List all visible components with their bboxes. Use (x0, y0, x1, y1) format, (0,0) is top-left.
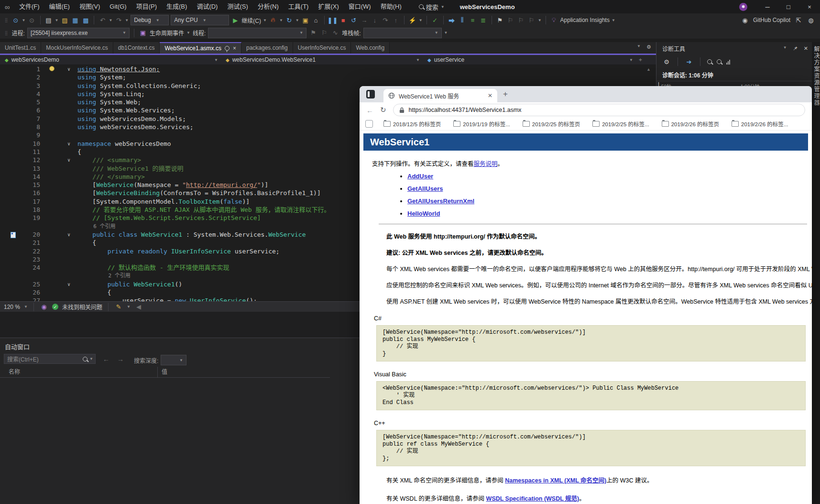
step-into-icon[interactable]: ↓ (371, 16, 379, 24)
prev-bookmark-icon[interactable]: ⚐ (506, 16, 515, 24)
minimize-button[interactable]: ─ (757, 0, 778, 13)
lightbulb-icon[interactable] (49, 66, 55, 71)
bookmark-item[interactable]: 2019/2/26 的标签页 (662, 120, 719, 128)
platform-dropdown[interactable]: Any CPU▼ (171, 15, 229, 25)
fold-chevron-icon[interactable]: ∨ (62, 140, 76, 148)
bookmark-item[interactable]: 2019/1/19 的标签... (453, 120, 510, 128)
zoom-in-icon[interactable] (707, 59, 712, 64)
redo-icon[interactable]: ↷ (114, 16, 123, 24)
copilot-chat-icon[interactable]: ◍ (807, 16, 815, 24)
split-editor-icon[interactable]: ✛ (639, 58, 642, 62)
next-bookmark-icon[interactable]: ⚐ (517, 16, 525, 24)
share-icon[interactable]: ⇱ (794, 16, 803, 24)
document-outline-icon[interactable]: ⫼ (458, 16, 467, 24)
editor-tab-WebService1.asmx.cs[interactable]: WebService1.asmx.cs× (160, 42, 241, 54)
menu-帮助(H)[interactable]: 帮助(H) (376, 0, 406, 13)
wsdl-spec-link[interactable]: WSDL Specification (WSDL 规范) (486, 495, 579, 502)
xml-namespaces-link[interactable]: Namespaces in XML (XML 命名空间) (505, 477, 606, 484)
bookmark-item[interactable]: 2019/2/25 的标签页 (523, 120, 580, 128)
restart-app-icon[interactable]: ↻ (285, 16, 294, 24)
step-out-icon[interactable]: ↑ (392, 16, 400, 24)
browser-tab[interactable]: WebService1 Web 服务 ✕ (383, 89, 497, 102)
save-icon[interactable]: ▦ (71, 16, 79, 24)
editor-tab-UnitTest1.cs[interactable]: UnitTest1.cs (0, 42, 41, 54)
undo-icon[interactable]: ↶ (98, 16, 107, 24)
tab-close-icon[interactable]: ✕ (488, 92, 492, 99)
menu-工具(T)[interactable]: 工具(T) (284, 0, 314, 13)
search-box[interactable]: 搜索 ▼ (419, 2, 445, 11)
restart-icon[interactable]: ↺ (350, 16, 358, 24)
gear-icon[interactable]: ⚙ (646, 44, 651, 50)
user-avatar[interactable]: ✱ (739, 3, 747, 11)
fold-chevron-icon[interactable]: ∨ (62, 280, 76, 288)
search-depth-dropdown[interactable]: ▼ (161, 355, 186, 365)
syntax-visualizer-icon[interactable]: ⚡ (408, 16, 417, 24)
toolbar-overflow[interactable]: ▼ (444, 31, 448, 35)
menu-生成(B)[interactable]: 生成(B) (162, 0, 192, 13)
export-icon[interactable]: ➔ (685, 57, 693, 66)
tab-close-icon[interactable]: × (233, 45, 236, 52)
fold-chevron-icon[interactable]: ∨ (62, 230, 76, 239)
menu-文件(F)[interactable]: 文件(F) (14, 0, 44, 13)
codelens-references[interactable]: 2 个引用 (0, 272, 131, 280)
continue-label[interactable]: 继续(C) (241, 16, 261, 24)
menu-扩展(X)[interactable]: 扩展(X) (313, 0, 343, 13)
thread-dropdown[interactable]: ▼ (208, 28, 306, 38)
bookmark-icon[interactable]: ⚑ (496, 16, 504, 24)
toolbar-grip[interactable]: ⣿ (5, 31, 8, 35)
application-insights-label[interactable]: Application Insights (560, 17, 610, 23)
solution-config-dropdown[interactable]: Debug▼ (131, 15, 169, 25)
bookmark-item[interactable]: 2018/12/5 的标签页 (383, 120, 441, 128)
process-dropdown[interactable]: [25504] iisexpress.exe▼ (27, 28, 130, 38)
bookmark-item[interactable]: 2019/2/25 的标签... (592, 120, 649, 128)
back-dropdown[interactable]: ▼ (22, 18, 26, 22)
indent-less-icon[interactable]: ≡ (469, 16, 477, 24)
maximize-button[interactable]: □ (778, 0, 799, 13)
codelens-references[interactable]: 6 个引用 (0, 222, 115, 230)
chart-icon[interactable] (726, 59, 730, 65)
editor-tab-MockUserInfoService.cs[interactable]: MockUserInfoService.cs (41, 42, 113, 54)
navigate-back-icon[interactable]: ⊙ (11, 16, 20, 24)
menu-窗口(W)[interactable]: 窗口(W) (344, 0, 376, 13)
search-prev-icon[interactable]: ← (103, 355, 109, 363)
menu-编辑(E)[interactable]: 编辑(E) (44, 0, 75, 13)
stop-icon[interactable]: ■ (339, 16, 348, 24)
operation-link-GetAllUsersReturnXml[interactable]: GetAllUsersReturnXml (407, 197, 474, 205)
column-value[interactable]: 值 (158, 367, 167, 377)
pin-icon[interactable] (225, 46, 230, 51)
toolbar-grip[interactable]: ⣿ (5, 18, 8, 22)
menu-测试(S)[interactable]: 测试(S) (222, 0, 252, 13)
code-cleanup-icon[interactable]: ✎ (114, 303, 123, 311)
menu-分析(N)[interactable]: 分析(N) (253, 0, 284, 13)
new-file-icon[interactable]: ▤ (44, 16, 53, 24)
indent-more-icon[interactable]: ≣ (479, 16, 488, 24)
operation-link-GetAllUsers[interactable]: GetAllUsers (407, 185, 443, 192)
tab-list-dropdown[interactable]: ▼ (637, 44, 641, 50)
editor-tab-Web.config[interactable]: Web.config (351, 42, 390, 54)
browse-with-icon[interactable]: ▣ (301, 16, 310, 24)
new-file-dropdown[interactable]: ▼ (55, 18, 59, 22)
github-copilot-label[interactable]: GitHub Copilot (753, 17, 790, 23)
code-line[interactable]: 2using System; (0, 73, 656, 81)
zoom-out-icon[interactable] (717, 59, 722, 64)
search-next-icon[interactable]: → (117, 355, 124, 363)
operation-link-HelloWorld[interactable]: HelloWorld (407, 210, 440, 217)
open-folder-icon[interactable]: ▨ (60, 16, 69, 24)
code-line[interactable]: 1∨using Newtonsoft.Json; (0, 65, 656, 73)
operation-link-AddUser[interactable]: AddUser (407, 173, 433, 180)
breadcrumb-segment[interactable]: ◆webServicesDemo▼ (0, 55, 221, 65)
reading-list-icon[interactable] (365, 120, 373, 128)
pause-icon[interactable]: ❚❚ (328, 16, 337, 24)
search-options-dropdown[interactable]: ▼ (89, 357, 93, 361)
suspend-icon[interactable]: ∿ (331, 29, 339, 37)
redo-dropdown[interactable]: ▼ (125, 18, 129, 22)
editor-tab-UserInfoService.cs[interactable]: UserInfoService.cs (293, 42, 351, 54)
url-field[interactable]: https://localhost:44371/WebService1.asmx (393, 104, 805, 116)
health-indicator-icon[interactable]: ◉ (40, 303, 48, 311)
flag-icon[interactable]: ⚑ (309, 29, 317, 37)
breadcrumb-segment[interactable]: ◆userService▼ (423, 55, 636, 65)
undo-dropdown[interactable]: ▼ (109, 18, 112, 22)
solution-explorer-vertical-tab[interactable]: 解决方案资源管理器 (812, 46, 820, 106)
bookmark-item[interactable]: 2019/2/26 的标签... (732, 120, 788, 128)
column-name[interactable]: 名称 (0, 367, 158, 377)
